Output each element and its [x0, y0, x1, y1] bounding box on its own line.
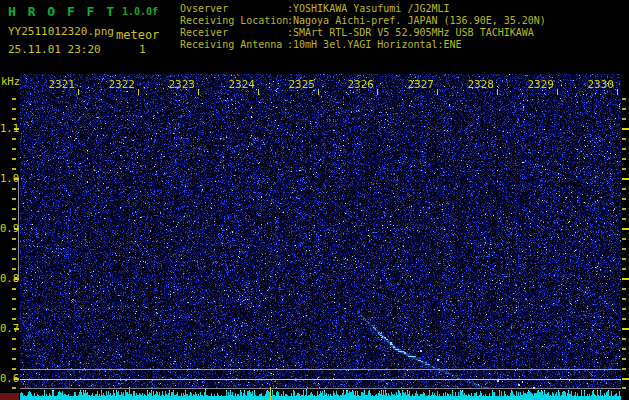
freq-minor-tick [12, 158, 16, 160]
freq-label: 0.7 [0, 323, 14, 333]
station-value: :SMArt RTL-SDR V5 52.905MHz USB TACHIKAW… [287, 27, 534, 38]
freq-label: 0.9 [0, 223, 14, 233]
freq-axis-unit-label: kHz [1, 76, 20, 87]
freq-minor-tick [12, 268, 16, 270]
freq-minor-tick-right [622, 158, 626, 160]
freq-minor-tick [12, 358, 16, 360]
freq-major-tick-right [622, 328, 629, 330]
freq-label: 0.8 [0, 273, 14, 283]
freq-minor-tick-right [622, 168, 626, 170]
freq-minor-tick [12, 118, 16, 120]
freq-minor-tick [12, 318, 16, 320]
freq-minor-tick-right [622, 118, 626, 120]
station-row: Receiving Antenna:10mH 3el.YAGI Horizont… [180, 39, 462, 51]
freq-major-tick [14, 278, 19, 280]
freq-minor-tick [12, 248, 16, 250]
station-value: :10mH 3el.YAGI Horizontal:ENE [287, 39, 462, 50]
freq-minor-tick [12, 208, 16, 210]
freq-major-tick [14, 378, 19, 380]
freq-minor-tick-right [622, 318, 626, 320]
time-label: 2327 [388, 80, 434, 90]
time-label: 2329 [508, 80, 554, 90]
freq-minor-tick-right [622, 358, 626, 360]
freq-minor-tick-right [622, 248, 626, 250]
freq-minor-tick [12, 298, 16, 300]
time-label: 2330 [568, 80, 614, 90]
freq-minor-tick-right [622, 218, 626, 220]
freq-minor-tick [12, 168, 16, 170]
freq-minor-tick-right [622, 368, 626, 370]
station-value: :YOSHIKAWA Yasufumi /JG2MLI [287, 3, 450, 14]
freq-major-tick-right [622, 128, 629, 130]
station-row: Ovserver:YOSHIKAWA Yasufumi /JG2MLI [180, 3, 450, 15]
freq-minor-tick-right [622, 108, 626, 110]
time-label: 2328 [448, 80, 494, 90]
spectrogram-canvas [20, 74, 621, 400]
time-label: 2324 [209, 80, 255, 90]
mode-label: meteor [116, 28, 159, 42]
freq-minor-tick-right [622, 138, 626, 140]
time-label: 2321 [29, 80, 75, 90]
filename-label: YY2511012320.png [8, 25, 114, 38]
freq-minor-tick-right [622, 348, 626, 350]
freq-minor-tick-right [622, 308, 626, 310]
freq-major-tick-right [622, 378, 629, 380]
freq-minor-tick-right [622, 238, 626, 240]
freq-major-tick [14, 178, 19, 180]
freq-minor-tick [12, 188, 16, 190]
freq-minor-tick-right [622, 387, 626, 389]
freq-minor-tick-right [622, 148, 626, 150]
freq-major-tick [14, 328, 19, 330]
freq-minor-tick [12, 338, 16, 340]
station-value: :Nagoya Aichi-pref. JAPAN (136.90E, 35.2… [287, 15, 546, 26]
freq-minor-tick [12, 148, 16, 150]
station-row: Receiver:SMArt RTL-SDR V5 52.905MHz USB … [180, 27, 534, 39]
time-label: 2323 [149, 80, 195, 90]
freq-major-tick [14, 128, 19, 130]
freq-minor-tick-right [622, 98, 626, 100]
freq-label: 0.6 [0, 373, 14, 383]
freq-minor-tick [12, 387, 16, 389]
freq-minor-tick-right [622, 198, 626, 200]
freq-minor-tick [12, 238, 16, 240]
time-label: 2326 [328, 80, 374, 90]
freq-label: 1.0 [0, 173, 14, 183]
freq-minor-tick [12, 288, 16, 290]
freq-minor-tick-right [622, 268, 626, 270]
level-strip-left-cap [0, 393, 19, 400]
freq-major-tick-right [622, 278, 629, 280]
freq-minor-tick [12, 198, 16, 200]
station-label: Receiving Location [180, 15, 287, 26]
version-label: 1.0.0f [122, 6, 158, 17]
freq-label: 1.1 [0, 123, 14, 133]
freq-minor-tick-right [622, 258, 626, 260]
freq-minor-tick [12, 258, 16, 260]
app-title: H R O F F T [8, 4, 116, 19]
freq-minor-tick [12, 138, 16, 140]
freq-minor-tick-right [622, 288, 626, 290]
station-label: Ovserver [180, 3, 287, 14]
freq-minor-tick [12, 218, 16, 220]
station-label: Receiver [180, 27, 287, 38]
freq-minor-tick-right [622, 338, 626, 340]
freq-major-tick [14, 228, 19, 230]
freq-minor-tick-right [622, 188, 626, 190]
station-label: Receiving Antenna [180, 39, 287, 50]
freq-minor-tick [12, 98, 16, 100]
freq-minor-tick [12, 308, 16, 310]
freq-minor-tick-right [622, 298, 626, 300]
datetime-label: 25.11.01 23:20 [8, 43, 101, 56]
freq-minor-tick [12, 348, 16, 350]
time-label: 2325 [269, 80, 315, 90]
freq-minor-tick [12, 108, 16, 110]
freq-major-tick-right [622, 178, 629, 180]
freq-major-tick-right [622, 228, 629, 230]
freq-minor-tick-right [622, 208, 626, 210]
freq-minor-tick [12, 368, 16, 370]
station-row: Receiving Location:Nagoya Aichi-pref. JA… [180, 15, 546, 27]
time-label: 2322 [89, 80, 135, 90]
hrofft-output: H R O F F T 1.0.0f YY2511012320.png mete… [0, 0, 629, 400]
sheet-count-label: 1 [139, 43, 146, 56]
